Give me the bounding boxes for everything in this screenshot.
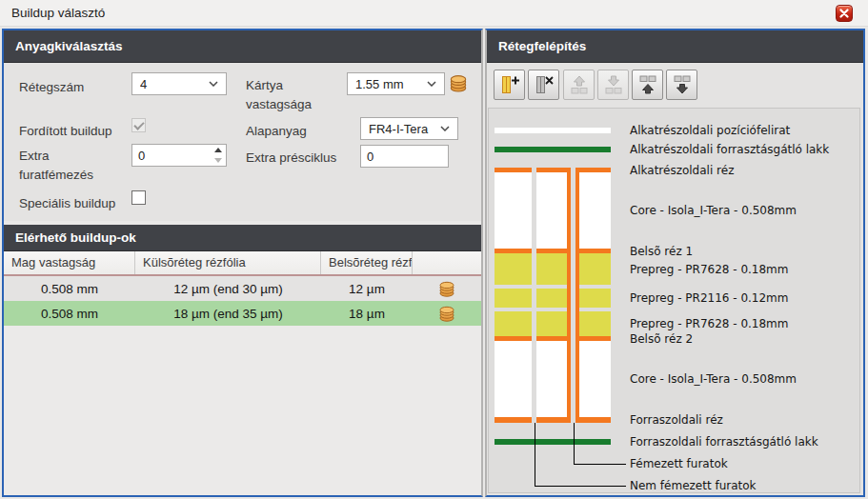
move-up-icon: [569, 74, 590, 95]
chevron-down-icon: [440, 126, 450, 131]
cell-inner: 18 µm: [321, 307, 413, 321]
title-bar: Buildup választó: [0, 0, 868, 27]
base-material-value: FR4-I-Tera: [369, 122, 440, 136]
leader-line: [574, 423, 575, 464]
layer-label: Forraszoldali réz: [630, 413, 723, 427]
special-buildup-checkbox[interactable]: [131, 190, 146, 205]
leader-line: [574, 464, 627, 465]
buildup-table-header: Mag vastagság Külsõréteg rézfólia Belsõr…: [4, 251, 481, 276]
coins-icon: [437, 304, 456, 323]
layer-label: Forraszoldali forrasztásgátló lakk: [630, 435, 818, 449]
layer-label: Core - Isola_I-Tera - 0.508mm: [630, 204, 797, 217]
layer-label: Alkatrészoldali pozíciófelirat: [630, 124, 790, 137]
layer-band-prepreg: [495, 311, 611, 336]
layer-band-mask: [495, 147, 611, 152]
delete-layer-button[interactable]: [528, 70, 559, 100]
layer-band-prepreg: [495, 289, 611, 308]
base-material-label: Alapanyag: [246, 122, 307, 141]
layer-band-core: [495, 172, 611, 249]
hole-label: Nem fémezett furatok: [630, 479, 757, 492]
layer-label: Prepreg - PR7628 - 0.18mm: [630, 317, 789, 330]
hole-label: Fémezett furatok: [630, 457, 728, 470]
buildups-panel-header: Elérhető buildup-ok: [4, 225, 481, 251]
extra-press-cycle-input[interactable]: [360, 145, 449, 168]
layer-label: Belsõ réz 1: [630, 245, 693, 258]
cost-cell: [413, 304, 481, 323]
layers-toolbar: [487, 63, 863, 108]
extra-plating-label: Extra furatfémezés: [19, 147, 120, 184]
reversed-buildup-checkbox: [131, 118, 146, 132]
material-panel-header: Anyagkiválasztás: [4, 30, 481, 63]
move-down-icon: [603, 74, 624, 95]
close-icon: [839, 9, 849, 18]
reversed-buildup-label: Fordított buildup: [19, 122, 112, 141]
layers-panel-header: Rétegfelépítés: [487, 30, 863, 63]
add-layer-icon: [499, 74, 520, 95]
cell-outer: 18 µm (end 35 µm): [135, 307, 321, 321]
cost-coins-icon[interactable]: [448, 72, 469, 97]
column-header-core[interactable]: Mag vastagság: [4, 251, 135, 274]
extra-plating-spinbox: [131, 144, 227, 167]
cost-cell: [413, 279, 481, 298]
layer-count-select[interactable]: 4: [131, 72, 227, 95]
cell-core: 0.508 mm: [4, 307, 135, 321]
layer-band-core: [495, 341, 611, 417]
layer-band-prepreg: [495, 253, 611, 285]
column-header-cost[interactable]: [413, 251, 481, 274]
close-button[interactable]: [836, 5, 853, 22]
layer-label: Core - Isola_I-Tera - 0.508mm: [630, 372, 797, 386]
layer-band-copper: [495, 417, 611, 423]
material-panel: Anyagkiválasztás Rétegszám 4 Kártya vast…: [4, 30, 481, 225]
buildup-row[interactable]: 0.508 mm18 µm (end 35 µm)18 µm: [4, 301, 481, 326]
layer-label: Prepreg - PR2116 - 0.12mm: [630, 291, 789, 305]
stackup-canvas: Alkatrészoldali pozíciófeliratAlkatrészo…: [488, 108, 860, 493]
special-buildup-label: Speciális buildup: [19, 194, 115, 213]
delete-layer-icon: [534, 74, 555, 95]
buildup-table-body: 0.508 mm12 µm (end 30 µm)12 µm0.508 mm18…: [4, 276, 481, 326]
shift-stack-up-button[interactable]: [632, 70, 663, 100]
layer-band-silk: [495, 128, 611, 133]
non-plated-hole: [532, 168, 536, 423]
shift-down-icon: [672, 74, 693, 95]
buildup-row[interactable]: 0.508 mm12 µm (end 30 µm)12 µm: [4, 276, 481, 301]
layer-count-label: Rétegszám: [19, 78, 84, 97]
cell-outer: 12 µm (end 30 µm): [135, 282, 321, 296]
material-form: Rétegszám 4 Kártya vastagsága 1.55 mm: [4, 63, 481, 225]
buildups-panel: Elérhető buildup-ok Mag vastagság Külsõr…: [4, 225, 481, 495]
coins-icon: [437, 279, 456, 298]
chevron-down-icon: [209, 81, 218, 87]
shift-stack-down-button[interactable]: [666, 70, 697, 100]
leader-line: [535, 486, 627, 487]
window-title: Buildup választó: [11, 6, 105, 20]
left-panel: Anyagkiválasztás Rétegszám 4 Kártya vast…: [2, 29, 483, 497]
layer-label: Prepreg - PR7628 - 0.18mm: [630, 263, 789, 276]
card-thickness-select[interactable]: 1.55 mm: [347, 72, 445, 95]
spinner: [212, 146, 224, 165]
spin-down-icon[interactable]: [212, 156, 224, 165]
layer-band-mask: [495, 439, 611, 445]
column-header-inner[interactable]: Belsõréteg rézfólia: [321, 251, 413, 274]
column-header-outer[interactable]: Külsõréteg rézfólia: [135, 251, 321, 274]
move-layer-up-button: [563, 70, 595, 100]
cell-core: 0.508 mm: [4, 282, 135, 296]
shift-up-icon: [637, 74, 658, 95]
plated-hole: [567, 168, 579, 423]
base-material-select[interactable]: FR4-I-Tera: [360, 117, 458, 140]
card-thickness-value: 1.55 mm: [355, 77, 427, 91]
layer-count-value: 4: [140, 77, 209, 91]
chevron-down-icon: [427, 81, 436, 87]
layers-panel: Rétegfelépítés: [485, 29, 865, 497]
layer-label: Belsõ réz 2: [630, 332, 693, 346]
add-layer-button[interactable]: [494, 70, 525, 100]
move-layer-down-button: [597, 70, 629, 100]
extra-press-cycle-label: Extra présciklus: [246, 149, 336, 168]
cell-inner: 12 µm: [321, 282, 413, 296]
leader-line: [535, 423, 535, 486]
layer-label: Alkatrészoldali réz: [630, 164, 734, 177]
card-thickness-label: Kártya vastagsága: [246, 76, 326, 113]
spin-up-icon[interactable]: [212, 146, 224, 154]
layer-label: Alkatrészoldali forrasztásgátló lakk: [630, 143, 829, 156]
